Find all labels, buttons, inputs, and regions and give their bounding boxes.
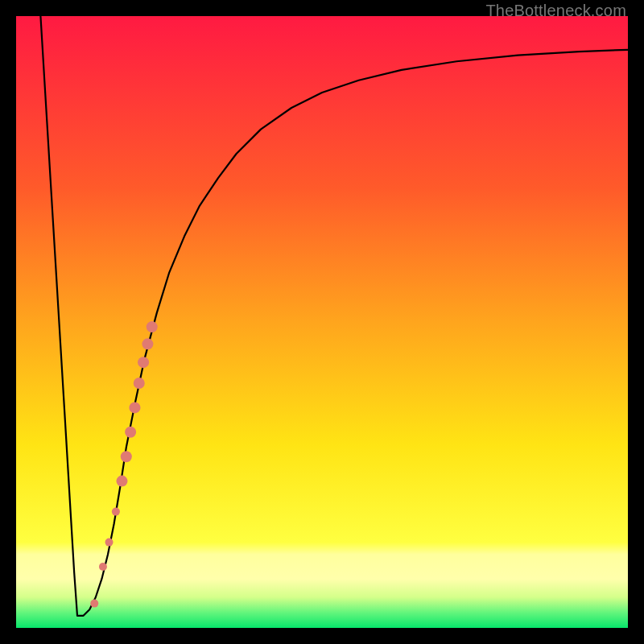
data-point (142, 338, 153, 349)
data-point (90, 600, 98, 608)
chart-svg (16, 16, 628, 628)
data-point (112, 508, 120, 516)
data-point (125, 427, 136, 438)
gradient-bg (16, 16, 628, 628)
data-point (116, 476, 127, 487)
data-point (147, 321, 158, 332)
data-point (134, 378, 145, 389)
data-point (129, 402, 140, 413)
data-point (138, 357, 149, 368)
chart-frame: TheBottleneck.com (0, 0, 644, 644)
data-point (105, 539, 114, 547)
data-point (121, 451, 132, 462)
data-point (99, 563, 107, 571)
